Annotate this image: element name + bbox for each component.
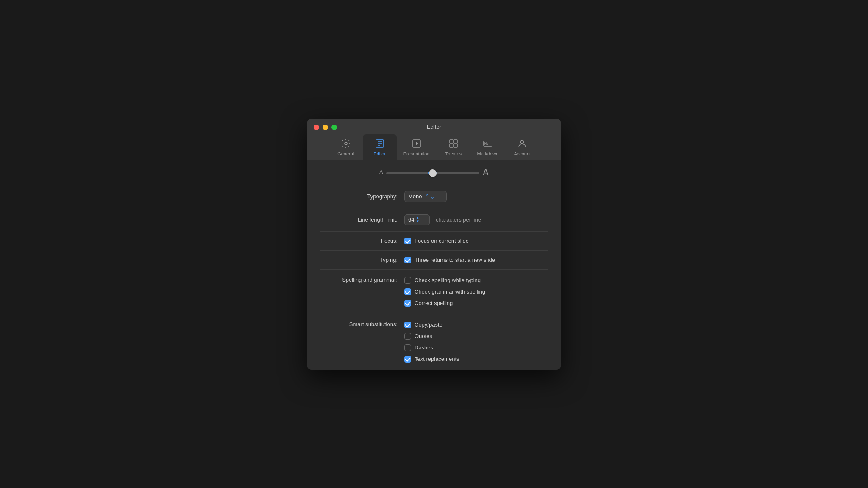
themes-icon [448,138,459,150]
typography-row: Typography: Mono ⌃⌄ [320,185,548,208]
typography-value: Mono [408,193,422,200]
smart-substitutions-content: Copy/paste Quotes Dashes Text repla [404,320,548,364]
svg-point-13 [520,140,524,144]
smart-checkbox-3[interactable] [404,356,411,363]
gear-icon [340,138,352,150]
smart-label-1: Quotes [415,333,432,339]
smart-item-2: Dashes [404,343,459,352]
spelling-label: Spelling and grammar: [320,276,404,283]
chevron-icon: ⌃⌄ [425,193,435,200]
line-length-content: 64 ▲ ▼ characters per line [404,214,548,225]
spinners[interactable]: ▲ ▼ [416,216,419,223]
close-button[interactable] [314,125,319,130]
titlebar: Editor General [307,119,561,160]
account-icon [516,138,528,150]
spelling-content: Check spelling while typing Check gramma… [404,276,548,308]
typing-checkbox[interactable] [404,257,411,263]
font-size-row: A A [307,160,561,185]
svg-point-0 [345,142,347,145]
spelling-checkbox-1[interactable] [404,288,411,295]
traffic-lights [314,125,337,130]
tab-account[interactable]: Account [505,134,539,160]
spelling-label-1: Check grammar with spelling [415,288,485,295]
svg-marker-6 [416,142,418,145]
tab-presentation[interactable]: Presentation [397,134,437,160]
svg-rect-8 [454,140,457,143]
tab-markdown[interactable]: M↓ Markdown [470,134,506,160]
window-title: Editor [427,124,441,130]
tab-themes-label: Themes [445,151,462,156]
spelling-label-0: Check spelling while typing [415,277,481,283]
tab-general-label: General [337,151,354,156]
smart-item-3: Text replacements [404,355,459,364]
focus-checkbox-label: Focus on current slide [415,238,469,244]
typography-label: Typography: [320,193,404,200]
spinner-down[interactable]: ▼ [416,220,419,223]
spelling-label-2: Correct spelling [415,300,453,306]
focus-label: Focus: [320,238,404,244]
preferences-window: Editor General [307,119,561,370]
line-length-value: 64 [408,216,414,223]
font-size-slider[interactable] [386,172,479,174]
spelling-checkbox-0[interactable] [404,277,411,284]
tab-general[interactable]: General [329,134,363,160]
smart-item-1: Quotes [404,332,459,341]
smart-label-3: Text replacements [415,356,459,362]
spelling-checkbox-2[interactable] [404,300,411,307]
typing-row: Typing: Three returns to start a new sli… [320,251,548,270]
typing-checkbox-label: Three returns to start a new slide [415,257,495,263]
smart-substitutions-row: Smart substitutions: Copy/paste Quotes [320,314,548,370]
svg-text:M↓: M↓ [484,142,489,146]
tab-editor-label: Editor [373,151,386,156]
typing-label: Typing: [320,257,404,263]
typing-content: Three returns to start a new slide [404,257,548,263]
tab-presentation-label: Presentation [403,151,430,156]
font-size-small-label: A [379,169,383,175]
smart-checkbox-0[interactable] [404,322,411,328]
line-length-label: Line length limit: [320,216,404,223]
line-length-suffix: characters per line [436,216,481,223]
spelling-item-1: Check grammar with spelling [404,287,485,297]
smart-item-0: Copy/paste [404,320,459,330]
focus-row: Focus: Focus on current slide [320,232,548,251]
line-length-row: Line length limit: 64 ▲ ▼ characters per… [320,208,548,232]
typography-select[interactable]: Mono ⌃⌄ [404,191,447,202]
spelling-checkboxes: Check spelling while typing Check gramma… [404,276,485,308]
focus-content: Focus on current slide [404,238,548,244]
minimize-button[interactable] [323,125,328,130]
smart-checkbox-2[interactable] [404,344,411,351]
line-length-input[interactable]: 64 ▲ ▼ [404,214,430,225]
tab-themes[interactable]: Themes [437,134,470,160]
tab-account-label: Account [514,151,531,156]
smart-checkbox-1[interactable] [404,333,411,340]
spelling-row: Spelling and grammar: Check spelling whi… [320,270,548,314]
font-size-large-label: A [483,167,488,177]
font-size-slider-container [386,168,479,176]
play-icon [411,138,423,150]
smart-substitutions-checkboxes: Copy/paste Quotes Dashes Text repla [404,320,459,364]
smart-substitutions-label: Smart substitutions: [320,320,404,327]
spelling-item-0: Check spelling while typing [404,276,485,285]
settings-section: Typography: Mono ⌃⌄ Line length limit: 6… [307,185,561,370]
editor-icon [374,138,386,150]
svg-rect-9 [450,144,453,147]
svg-rect-10 [454,144,457,147]
markdown-icon: M↓ [482,138,494,150]
toolbar: General Editor [329,134,540,160]
svg-rect-7 [450,140,453,143]
smart-label-0: Copy/paste [415,322,442,328]
focus-checkbox[interactable] [404,238,411,244]
tab-markdown-label: Markdown [477,151,499,156]
content-area: A A Typography: Mono ⌃⌄ Line length li [307,160,561,370]
maximize-button[interactable] [331,125,337,130]
typography-content: Mono ⌃⌄ [404,191,548,202]
spelling-item-2: Correct spelling [404,299,485,308]
smart-label-2: Dashes [415,344,433,351]
tab-editor[interactable]: Editor [363,134,397,160]
